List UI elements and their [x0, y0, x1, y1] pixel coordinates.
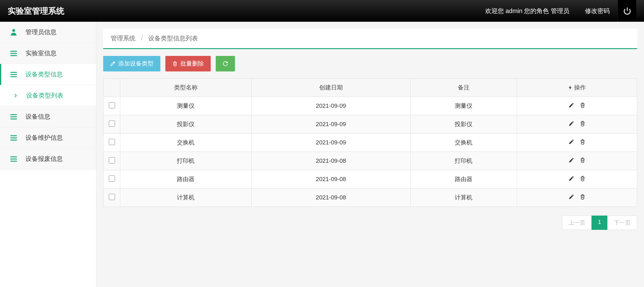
data-table: 类型名称 创建日期 备注 操作 测量仪 2021-09-09 测量仪 投影仪 2… — [103, 78, 637, 207]
cell-remark: 计算机 — [410, 189, 517, 207]
edit-icon[interactable] — [568, 194, 574, 200]
user-icon — [9, 28, 18, 37]
cell-name: 打印机 — [120, 152, 252, 170]
row-checkbox[interactable] — [109, 121, 115, 127]
cell-date: 2021-09-09 — [251, 97, 410, 115]
delete-icon[interactable] — [580, 157, 586, 163]
sidebar-item[interactable]: 设备报废信息 — [0, 148, 96, 170]
cell-ops — [517, 152, 637, 170]
add-button-label: 添加设备类型 — [118, 60, 154, 68]
cell-date: 2021-09-08 — [251, 170, 410, 189]
refresh-button[interactable] — [216, 56, 235, 71]
add-button[interactable]: 添加设备类型 — [103, 56, 160, 71]
sidebar-item-label: 设备类型列表 — [26, 91, 63, 100]
table-row: 测量仪 2021-09-09 测量仪 — [104, 97, 637, 115]
pager-prev[interactable]: 上一页 — [562, 216, 592, 230]
cell-checkbox — [104, 189, 120, 207]
bars-icon — [9, 70, 18, 79]
sidebar-item[interactable]: 设备信息 — [0, 106, 96, 127]
cell-checkbox — [104, 134, 120, 152]
app-title: 实验室管理系统 — [8, 6, 64, 16]
delete-icon[interactable] — [580, 121, 586, 126]
crumb-root[interactable]: 管理系统 — [111, 35, 136, 42]
refresh-icon — [223, 61, 228, 66]
logout-button[interactable] — [618, 0, 636, 22]
edit-icon[interactable] — [568, 175, 574, 181]
cell-date: 2021-09-08 — [251, 152, 410, 170]
cell-name: 投影仪 — [120, 115, 252, 134]
sidebar: 管理员信息实验室信息设备类型信息设备类型列表设备信息设备维护信息设备报废信息 — [0, 22, 96, 287]
sidebar-item[interactable]: 设备维护信息 — [0, 127, 96, 148]
welcome-text: 欢迎您 admin 您的角色 管理员 — [477, 7, 577, 15]
sidebar-item-label: 设备信息 — [25, 112, 50, 121]
delete-icon[interactable] — [580, 175, 586, 181]
delete-icon[interactable] — [580, 139, 586, 145]
breadcrumb: 管理系统 / 设备类型信息列表 — [103, 29, 637, 49]
bolt-icon — [568, 85, 573, 90]
table-row: 打印机 2021-09-08 打印机 — [104, 152, 637, 170]
cell-remark: 打印机 — [410, 152, 517, 170]
delete-icon[interactable] — [580, 194, 586, 200]
batch-delete-label: 批量删除 — [180, 60, 204, 68]
row-checkbox[interactable] — [109, 157, 115, 163]
row-checkbox[interactable] — [109, 175, 115, 182]
table-row: 投影仪 2021-09-09 投影仪 — [104, 115, 637, 134]
cell-ops — [517, 97, 637, 115]
cell-name: 交换机 — [120, 134, 252, 152]
sidebar-item-label: 实验室信息 — [25, 49, 57, 57]
sidebar-item[interactable]: 设备类型信息 — [0, 64, 96, 85]
sidebar-item[interactable]: 管理员信息 — [0, 22, 96, 43]
pager-next[interactable]: 下一页 — [607, 216, 637, 230]
cell-checkbox — [104, 152, 120, 170]
col-ops: 操作 — [517, 79, 637, 97]
trash-icon — [172, 61, 178, 66]
edit-icon — [110, 61, 116, 66]
cell-remark: 路由器 — [410, 170, 517, 189]
edit-icon[interactable] — [568, 121, 574, 126]
cell-checkbox — [104, 97, 120, 115]
sidebar-item-label: 管理员信息 — [25, 28, 57, 36]
row-checkbox[interactable] — [109, 139, 115, 145]
col-date: 创建日期 — [251, 79, 410, 97]
cell-ops — [517, 115, 637, 134]
change-password-link[interactable]: 修改密码 — [577, 7, 618, 15]
sidebar-item-label: 设备报废信息 — [25, 155, 63, 163]
cell-name: 路由器 — [120, 170, 252, 189]
cell-ops — [517, 189, 637, 207]
batch-delete-button[interactable]: 批量删除 — [165, 56, 211, 71]
cell-ops — [517, 134, 637, 152]
sidebar-item[interactable]: 实验室信息 — [0, 43, 96, 64]
edit-icon[interactable] — [568, 102, 574, 108]
table-row: 计算机 2021-09-08 计算机 — [104, 189, 637, 207]
toolbar: 添加设备类型 批量删除 — [103, 56, 637, 71]
bars-icon — [9, 112, 18, 121]
table-header-row: 类型名称 创建日期 备注 操作 — [104, 79, 637, 97]
sidebar-subitem[interactable]: 设备类型列表 — [0, 85, 96, 106]
pagination: 上一页 1 下一页 — [103, 216, 637, 230]
cell-checkbox — [104, 115, 120, 134]
cell-remark: 投影仪 — [410, 115, 517, 134]
row-checkbox[interactable] — [109, 102, 115, 108]
chevron-icon — [12, 93, 19, 99]
topbar: 实验室管理系统 欢迎您 admin 您的角色 管理员 修改密码 — [0, 0, 644, 22]
pager-page-1[interactable]: 1 — [591, 216, 608, 230]
cell-name: 计算机 — [120, 189, 252, 207]
edit-icon[interactable] — [568, 157, 574, 163]
cell-date: 2021-09-09 — [251, 115, 410, 134]
bars-icon — [9, 134, 18, 142]
edit-icon[interactable] — [568, 139, 574, 145]
row-checkbox[interactable] — [109, 194, 115, 200]
bars-icon — [9, 155, 18, 163]
col-remark: 备注 — [410, 79, 517, 97]
cell-remark: 测量仪 — [410, 97, 517, 115]
delete-icon[interactable] — [580, 102, 586, 108]
table-row: 路由器 2021-09-08 路由器 — [104, 170, 637, 189]
crumb-leaf: 设备类型信息列表 — [148, 35, 198, 42]
table-row: 交换机 2021-09-09 交换机 — [104, 134, 637, 152]
col-checkbox — [104, 79, 120, 97]
cell-ops — [517, 170, 637, 189]
sidebar-item-label: 设备维护信息 — [25, 134, 63, 142]
col-name: 类型名称 — [120, 79, 252, 97]
cell-name: 测量仪 — [120, 97, 252, 115]
crumb-separator: / — [137, 35, 147, 42]
